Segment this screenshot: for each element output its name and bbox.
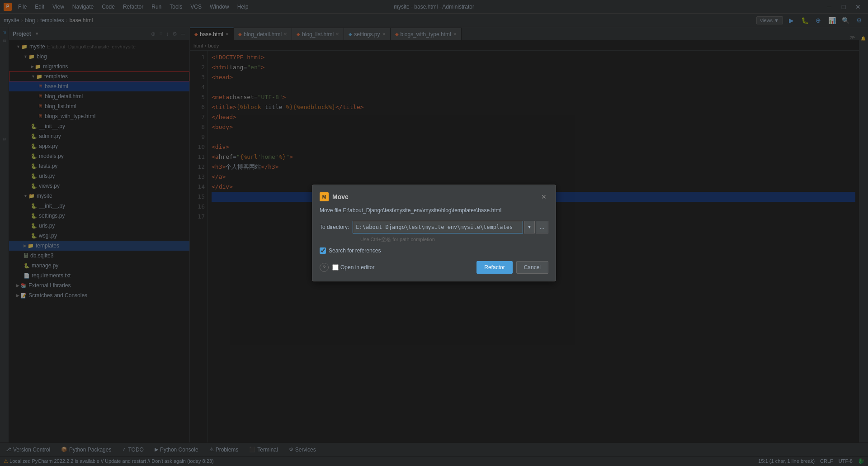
cancel-button[interactable]: Cancel bbox=[516, 261, 548, 274]
move-dialog: M Move ✕ Move file E:\about_Django\test\… bbox=[312, 185, 556, 281]
open-in-editor-label: Open in editor bbox=[340, 264, 374, 271]
dialog-footer-left: ? Open in editor bbox=[320, 263, 374, 272]
to-directory-input-group: ▼ … bbox=[353, 221, 548, 233]
dialog-file-path: Move file E:\about_Django\test\mysite_en… bbox=[320, 207, 548, 214]
dialog-icon: M bbox=[320, 192, 329, 201]
dialog-directory-row: To directory: ▼ … bbox=[320, 221, 548, 233]
to-directory-label: To directory: bbox=[320, 224, 349, 230]
dropdown-button[interactable]: ▼ bbox=[524, 221, 535, 233]
to-directory-input[interactable] bbox=[353, 221, 523, 233]
dialog-footer: ? Open in editor Refactor Cancel bbox=[320, 261, 548, 274]
dialog-footer-right: Refactor Cancel bbox=[476, 261, 548, 274]
open-in-editor-checkbox[interactable] bbox=[332, 264, 339, 271]
dialog-title: Move bbox=[332, 193, 349, 200]
refactor-button[interactable]: Refactor bbox=[476, 261, 512, 274]
dialog-close-button[interactable]: ✕ bbox=[539, 192, 548, 201]
path-hint: Use Ctrl+空格 for path completion bbox=[320, 236, 548, 243]
search-refs-row: Search for references bbox=[320, 247, 548, 254]
search-refs-label: Search for references bbox=[329, 247, 381, 254]
dialog-overlay: M Move ✕ Move file E:\about_Django\test\… bbox=[0, 0, 868, 466]
dialog-body: Move file E:\about_Django\test\mysite_en… bbox=[320, 207, 548, 274]
browse-button[interactable]: … bbox=[536, 221, 548, 233]
dialog-header: M Move ✕ bbox=[320, 192, 548, 201]
help-button[interactable]: ? bbox=[320, 263, 329, 272]
search-refs-checkbox[interactable] bbox=[320, 247, 326, 254]
